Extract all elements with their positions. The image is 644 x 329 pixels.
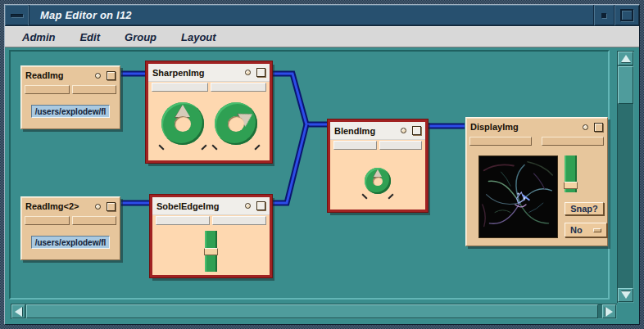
option-menu-button[interactable]: No [565,223,607,237]
node-displayimg[interactable]: DisplayImg [465,117,608,246]
vscroll-up-button[interactable] [618,52,633,65]
node-port-bar[interactable] [469,137,532,146]
app-window: Map Editor on I12 Admin Edit Group Layou… [0,0,644,329]
node-port-bar[interactable] [25,85,70,94]
menu-item-layout[interactable]: Layout [181,31,216,43]
node-port-bar[interactable] [152,83,208,92]
option-menu-dash-icon [593,228,601,232]
slider-thumb[interactable] [564,182,578,189]
title-bar[interactable]: Map Editor on I12 [5,5,639,26]
node-port-bar[interactable] [156,216,210,225]
node-indicator-icon[interactable] [583,124,588,130]
knob-tick [211,144,217,150]
knob-tick [201,144,206,150]
preview-image [478,155,558,238]
sharpen-knob-1[interactable] [161,102,204,145]
window-menu-button[interactable] [5,5,29,25]
vscroll-down-button[interactable] [618,288,633,302]
node-sobeledgeimg-header: SobelEdgeImg [152,197,270,215]
node-toggle-icon[interactable] [256,68,265,77]
node-displayimg-header: DisplayImg [466,118,607,136]
horizontal-scrollbar[interactable] [11,304,617,319]
node-indicator-icon[interactable] [95,204,101,210]
node-sobeledgeimg[interactable]: SobelEdgeImg [150,195,272,277]
menu-bar: Admin Edit Group Layout [5,26,639,47]
node-port-bar[interactable] [542,137,604,146]
knob-hole [228,116,244,132]
node-toggle-icon[interactable] [107,71,116,80]
node-toggle-icon[interactable] [594,123,603,132]
snap-button-label: Snap? [570,204,598,214]
node-port-bar[interactable] [212,216,266,225]
node-toggle-icon[interactable] [107,202,116,211]
node-port-bar[interactable] [379,141,423,150]
knob-pointer-icon [374,169,382,177]
option-menu-value: No [570,225,583,235]
sharpen-knob-2[interactable] [215,102,257,145]
knob-tick [388,193,393,199]
node-blendimg-header: BlendImg [330,122,425,140]
minimize-dot-icon [601,13,606,18]
blend-knob[interactable] [365,168,391,194]
window-menu-dash-icon [11,14,23,17]
node-sharpenimg[interactable]: SharpenImg [146,61,272,163]
slider-thumb[interactable] [204,248,218,255]
node-port-bar[interactable] [333,141,377,150]
node-title: ReadImg [25,70,63,80]
node-title: BlendImg [334,126,375,136]
node-port-bar[interactable] [72,85,117,94]
node-indicator-icon[interactable] [245,203,251,209]
knob-hole [175,116,191,132]
window-frame: Map Editor on I12 Admin Edit Group Layou… [4,4,640,325]
down-arrow-icon [621,291,631,299]
knob-tick [158,144,164,150]
node-readimg-header: ReadImg [21,66,120,84]
node-toggle-icon[interactable] [412,126,421,135]
maximize-button[interactable] [614,5,639,25]
knob-pointer-icon [175,105,190,117]
node-port-bar[interactable] [72,216,117,225]
node-indicator-icon[interactable] [95,73,101,79]
filename-input[interactable] [31,105,110,118]
node-readimg2[interactable]: ReadImg<2> [20,196,120,260]
node-title: DisplayImg [470,122,519,132]
hscroll-thumb[interactable] [26,304,598,318]
menu-item-admin[interactable]: Admin [22,31,55,43]
minimize-button[interactable] [593,5,614,25]
maximize-square-icon [620,9,633,21]
right-arrow-icon [605,307,613,317]
workflow-canvas[interactable]: ReadImg SharpenImg [5,47,639,324]
window-title: Map Editor on I12 [29,5,593,25]
hscroll-right-button[interactable] [602,304,616,318]
display-slider[interactable] [565,155,577,192]
hscroll-left-button[interactable] [11,304,25,318]
left-arrow-icon [15,307,22,317]
filename-input[interactable] [31,236,110,249]
menu-item-group[interactable]: Group [125,31,156,43]
node-port-bar[interactable] [211,83,267,92]
snap-button[interactable]: Snap? [565,202,604,215]
sobel-slider[interactable] [205,231,217,272]
node-sharpenimg-header: SharpenImg [148,64,270,82]
up-arrow-icon [621,55,631,62]
node-indicator-icon[interactable] [401,128,406,133]
knob-tick [361,193,367,199]
node-readimg2-header: ReadImg<2> [21,197,120,215]
node-toggle-icon[interactable] [256,201,265,210]
node-title: ReadImg<2> [25,201,79,211]
vscroll-thumb[interactable] [618,66,633,104]
node-readimg[interactable]: ReadImg [20,65,120,129]
knob-hole [373,177,383,186]
node-title: SobelEdgeImg [156,201,219,211]
node-blendimg[interactable]: BlendImg [328,119,428,212]
vertical-scrollbar[interactable] [617,51,634,303]
node-title: SharpenImg [152,68,205,78]
node-port-bar[interactable] [25,216,70,225]
node-indicator-icon[interactable] [245,70,251,75]
menu-item-edit[interactable]: Edit [79,31,100,43]
knob-tick [254,144,260,150]
